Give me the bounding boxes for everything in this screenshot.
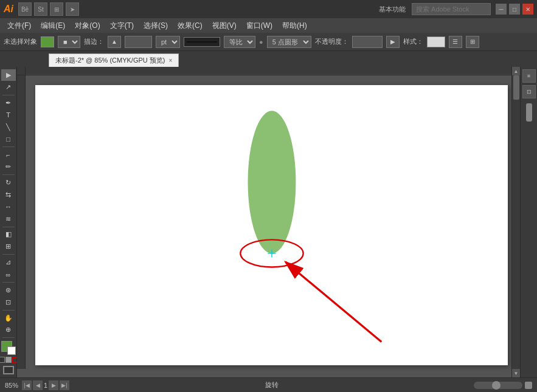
tool-separator-6	[2, 282, 15, 283]
action-label: 旋转	[73, 380, 470, 390]
style-label: 样式：	[403, 37, 423, 46]
none-color-icon[interactable]	[0, 357, 5, 363]
brush-dropdown[interactable]: 5 点圆形	[267, 36, 311, 48]
panel-artboards-btn[interactable]: ⊡	[522, 85, 536, 98]
line-tool-btn[interactable]: ╲	[1, 122, 16, 133]
reflect-btn[interactable]: ⇆	[1, 189, 16, 201]
close-button[interactable]: ✕	[522, 4, 533, 15]
slider-thumb[interactable]	[492, 381, 501, 390]
menu-object[interactable]: 对象(O)	[70, 18, 105, 33]
opacity-input[interactable]: 100%	[352, 36, 383, 48]
title-bar: Ai Bē St ⊞ ➤ 基本功能 ─ □ ✕	[0, 0, 537, 18]
vertical-scrollbar[interactable]: ▲ ▼	[511, 67, 520, 377]
scale-btn[interactable]: ↔	[1, 201, 16, 213]
panel-layers-btn[interactable]: ≡	[522, 69, 536, 83]
menu-help[interactable]: 帮助(H)	[277, 18, 312, 33]
fill-type-dropdown[interactable]: ■	[58, 36, 80, 48]
menu-type[interactable]: 文字(T)	[105, 18, 139, 33]
options-menu-btn[interactable]: ☰	[449, 36, 462, 48]
layout-icon[interactable]: ⊞	[50, 2, 63, 16]
stroke-style-dropdown[interactable]: 等比	[224, 36, 255, 48]
artboard-btn[interactable]: ⊡	[1, 297, 16, 308]
menu-view[interactable]: 视图(V)	[207, 18, 241, 33]
warp-btn[interactable]: ≋	[1, 213, 16, 225]
paintbrush-btn[interactable]: ⌐	[1, 149, 16, 160]
first-page-btn[interactable]: |◀	[22, 380, 32, 390]
color-mode-icons	[0, 357, 18, 363]
behance-icon[interactable]: Bē	[18, 2, 32, 16]
eyedropper-btn[interactable]: ⊿	[1, 256, 16, 268]
next-page-btn[interactable]: ▶	[49, 380, 58, 390]
options-bar: 未选择对象 ■ 描边： ▲ 1 pt 等比 ● 5 点圆形 不透明度： 100%…	[0, 33, 537, 51]
main-layout: ▶ ↗ ✒ T ╲ □ ⌐ ✏ ↻ ⇆ ↔ ≋ ◧ ⊞ ⊿ ∞ ⊛ ⊡ ✋ ⊕	[0, 67, 537, 377]
pen-tool-btn[interactable]: ✒	[1, 97, 16, 109]
page-number: 1	[44, 382, 47, 389]
scroll-down-btn[interactable]: ▼	[512, 369, 521, 377]
fill-color-box[interactable]	[41, 36, 54, 47]
minimize-button[interactable]: ─	[496, 4, 507, 15]
gradient-btn[interactable]: ◧	[1, 229, 16, 241]
selection-tool-btn[interactable]: ▶	[1, 69, 16, 81]
hand-btn[interactable]: ✋	[1, 312, 16, 324]
rectangle-tool-btn[interactable]: □	[1, 133, 16, 145]
type-tool-btn[interactable]: T	[1, 109, 16, 121]
opacity-label: 不透明度：	[315, 37, 348, 46]
page-navigation: |◀ ◀ 1 ▶ ▶|	[22, 380, 69, 390]
scroll-thumb-v[interactable]	[513, 75, 519, 100]
options-grid-btn[interactable]: ⊞	[466, 36, 479, 48]
stroke-unit-dropdown[interactable]: pt	[156, 36, 180, 48]
tab-title: 未标题-2* @ 85% (CMYK/GPU 预览)	[55, 56, 165, 65]
stroke-value-input[interactable]: 1	[125, 36, 152, 48]
stroke-up-btn[interactable]: ▲	[108, 36, 121, 48]
menu-window[interactable]: 窗口(W)	[241, 18, 277, 33]
zoom-btn[interactable]: ⊕	[1, 325, 16, 336]
stroke-preview	[184, 37, 220, 47]
style-color-box[interactable]	[427, 36, 445, 47]
gpu-indicator	[525, 382, 532, 389]
document-tab[interactable]: 未标题-2* @ 85% (CMYK/GPU 预览) ×	[49, 53, 179, 67]
mesh-btn[interactable]: ⊞	[1, 241, 16, 252]
stroke-label: 描边：	[84, 37, 104, 46]
scroll-up-btn[interactable]: ▲	[512, 67, 521, 75]
no-selection-label: 未选择对象	[4, 37, 37, 46]
ruler-top: // ticks generated via CSS/SVG in the te…	[26, 67, 511, 75]
rotate-btn[interactable]: ↻	[1, 177, 16, 188]
menu-effect[interactable]: 效果(C)	[173, 18, 207, 33]
canvas-area[interactable]: // ticks generated via CSS/SVG in the te…	[17, 67, 520, 377]
gradient-color-icon[interactable]	[5, 357, 12, 363]
tool-separator-4	[2, 227, 15, 227]
status-slider[interactable]	[474, 382, 522, 389]
symbol-btn[interactable]: ⊛	[1, 284, 16, 296]
draw-mode-btn[interactable]	[2, 366, 15, 375]
blend-btn[interactable]: ∞	[1, 269, 16, 280]
tool-separator-7	[2, 310, 15, 311]
last-page-btn[interactable]: ▶|	[60, 380, 69, 390]
menu-edit[interactable]: 编辑(E)	[36, 18, 70, 33]
color-selector[interactable]	[1, 341, 16, 354]
zoom-level: 85%	[5, 382, 18, 389]
tab-bar: 未标题-2* @ 85% (CMYK/GPU 预览) ×	[0, 51, 537, 67]
right-panel: ≡ ⊡	[520, 67, 537, 377]
arrow-icon[interactable]: ➤	[66, 2, 79, 16]
tool-separator-1	[2, 95, 15, 95]
maximize-button[interactable]: □	[509, 4, 520, 15]
pencil-btn[interactable]: ✏	[1, 161, 16, 173]
stock-search-input[interactable]	[412, 3, 491, 15]
svg-line-6	[286, 262, 382, 342]
scroll-track-v[interactable]	[513, 75, 519, 369]
tab-close-button[interactable]: ×	[168, 57, 172, 64]
tool-separator-3	[2, 174, 15, 175]
menu-select[interactable]: 选择(S)	[139, 18, 173, 33]
menu-bar: 文件(F) 编辑(E) 对象(O) 文字(T) 选择(S) 效果(C) 视图(V…	[0, 18, 537, 33]
opacity-expand-btn[interactable]: ▶	[386, 36, 400, 48]
ruler-left	[17, 75, 26, 369]
status-indicators	[474, 382, 532, 389]
prev-page-btn[interactable]: ◀	[33, 380, 43, 390]
menu-file[interactable]: 文件(F)	[2, 18, 36, 33]
background-color[interactable]	[7, 346, 16, 355]
status-bar: 85% |◀ ◀ 1 ▶ ▶| 旋转	[0, 377, 537, 392]
svg-point-1	[248, 111, 296, 253]
stock-icon[interactable]: St	[34, 2, 47, 16]
artboard	[35, 85, 508, 365]
direct-selection-btn[interactable]: ↗	[1, 81, 16, 93]
